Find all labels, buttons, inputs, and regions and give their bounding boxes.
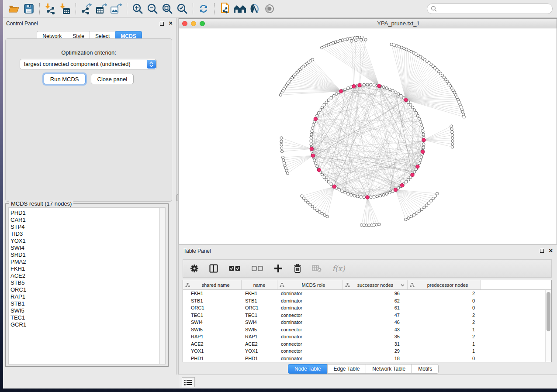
import-network-icon (45, 3, 55, 14)
column-header-shared-name[interactable]: shared name (183, 280, 242, 289)
tab-motifs[interactable]: Motifs (412, 364, 439, 374)
cytoscape-window: Control Panel × NetworkStyleSelectMCDS O… (3, 0, 557, 389)
mcds-result-list: PHD1CAR1STP4TID3YOX1SWI4SRD1PMA2FKH1ACE2… (8, 207, 159, 364)
table-cell: ACE2 (183, 340, 242, 348)
mcds-result-item[interactable]: ACE2 (10, 272, 159, 279)
mcds-result-item[interactable]: SWI5 (10, 307, 159, 314)
table-row[interactable]: PHD1PHD1dominator180 (183, 355, 545, 362)
mcds-result-item[interactable]: RAP1 (10, 293, 159, 300)
mcds-result-item[interactable]: TID3 (10, 230, 159, 237)
mcds-result-item[interactable]: ORC1 (10, 286, 159, 293)
mcds-result-item[interactable]: STP4 (10, 224, 159, 230)
table-float-button[interactable] (540, 249, 544, 253)
table-row[interactable]: RAP1RAP1dominator352 (183, 333, 545, 340)
mcds-result-item[interactable]: STB5 (10, 279, 159, 286)
mcds-result-scrollbar[interactable] (159, 207, 166, 364)
table-cell: dominator (277, 290, 343, 297)
delete-button[interactable] (292, 263, 303, 274)
export-image-button[interactable] (109, 2, 124, 16)
column-header-MCDS-role[interactable]: MCDS role (277, 280, 343, 289)
table-scrollbar[interactable] (545, 290, 551, 362)
deselect-all-button[interactable] (250, 263, 264, 274)
table-cell: 2 (408, 290, 481, 297)
table-row[interactable]: SWI5SWI5connector431 (183, 326, 545, 334)
delete-table-button[interactable] (311, 263, 322, 274)
table-cell: SWI5 (242, 326, 277, 334)
mcds-result-item[interactable]: CAR1 (10, 217, 159, 224)
import-table-button[interactable] (58, 2, 73, 16)
float-panel-button[interactable] (160, 22, 164, 26)
table-scrollbar-thumb[interactable] (547, 292, 550, 331)
zoom-in-button[interactable] (130, 2, 145, 16)
sort-desc-icon (401, 284, 405, 286)
table-panel: Table Panel × f(x) shared namenameMCDS r… (179, 244, 557, 375)
table-cell: STB1 (242, 297, 277, 305)
criterion-select[interactable]: largest connected component (undirected) (20, 59, 157, 69)
window-minimize-traffic-light[interactable] (191, 21, 196, 26)
table-close-button[interactable]: × (549, 247, 553, 254)
mcds-result-item[interactable]: SWI4 (10, 244, 159, 251)
network-window-titlebar[interactable]: YPA_prune.txt_1 (179, 19, 557, 28)
add-row-button[interactable] (273, 263, 284, 274)
table-row[interactable]: ACE2ACE2connector311 (183, 340, 545, 348)
table-cell: YOX1 (242, 347, 277, 355)
table-settings-button[interactable] (189, 263, 200, 274)
table-row[interactable]: ORC1ORC1dominator610 (183, 304, 545, 312)
close-panel-button-mcds[interactable]: Close panel (91, 74, 134, 84)
run-mcds-button[interactable]: Run MCDS (44, 74, 86, 84)
task-history-button[interactable] (182, 377, 195, 387)
mcds-result-item[interactable]: GCR1 (10, 321, 159, 328)
table-row[interactable]: FKH1FKH1dominator962 (183, 290, 545, 297)
table-row[interactable]: SWI4SWI4dominator462 (183, 319, 545, 326)
select-all-button[interactable] (228, 263, 242, 274)
table-cell: PHD1 (242, 355, 277, 362)
zoom-fit-button[interactable] (160, 2, 175, 16)
window-zoom-traffic-light[interactable] (200, 21, 205, 26)
mcds-result-item[interactable]: SRD1 (10, 251, 159, 258)
mcds-result-item[interactable]: PHD1 (10, 210, 159, 217)
table-tabs: Node TableEdge TableNetwork TableMotifs (288, 364, 439, 374)
import-network-button[interactable] (43, 2, 58, 16)
save-icon (24, 4, 34, 14)
zoom-in-icon (132, 3, 143, 14)
function-builder-button[interactable]: f(x) (331, 263, 346, 274)
mcds-result-item[interactable]: TEC1 (10, 314, 159, 321)
export-network-icon (81, 3, 92, 14)
column-header-name[interactable]: name (242, 280, 277, 289)
table-cell: YOX1 (183, 347, 242, 355)
tab-edge-table[interactable]: Edge Table (327, 364, 367, 374)
gear-icon (190, 264, 199, 273)
export-table-button[interactable] (94, 2, 109, 16)
save-button[interactable] (21, 2, 36, 16)
splitter-grip[interactable] (176, 194, 178, 201)
table-row[interactable]: YOX1YOX1connector291 (183, 347, 545, 355)
node-table: shared namenameMCDS rolesuccessor nodesp… (183, 280, 552, 362)
table-row[interactable]: TEC1TEC1connector472 (183, 312, 545, 319)
tab-network-table[interactable]: Network Table (366, 364, 412, 374)
tab-node-table[interactable]: Node Table (288, 364, 328, 374)
show-columns-button[interactable] (208, 263, 219, 274)
table-cell: PHD1 (183, 355, 242, 362)
table-row[interactable]: STB1STB1dominator620 (183, 297, 545, 305)
table-cell: ORC1 (242, 304, 277, 312)
table-cell: ORC1 (183, 304, 242, 312)
mcds-result-item[interactable]: FKH1 (10, 265, 159, 272)
mcds-result-item[interactable]: PMA2 (10, 258, 159, 265)
mcds-result-item[interactable]: STB1 (10, 300, 159, 307)
table-cell: 43 (343, 326, 408, 334)
open-folder-icon (8, 4, 20, 14)
export-network-button[interactable] (79, 2, 94, 16)
mcds-result-item[interactable]: YOX1 (10, 237, 159, 244)
window-close-traffic-light[interactable] (182, 21, 187, 26)
table-cell: 29 (343, 347, 408, 355)
zoom-out-button[interactable] (145, 2, 160, 16)
close-panel-button[interactable]: × (169, 20, 173, 27)
status-bar: Memory (179, 375, 557, 389)
column-header-successor-nodes[interactable]: successor nodes (343, 280, 408, 289)
table-panel-title: Table Panel (183, 248, 211, 254)
open-file-button[interactable] (7, 2, 21, 16)
column-header-predecessor-nodes[interactable]: predecessor nodes (408, 280, 481, 289)
table-cell: connector (277, 326, 343, 334)
network-canvas[interactable] (179, 28, 557, 244)
table-cell: 62 (343, 297, 408, 305)
